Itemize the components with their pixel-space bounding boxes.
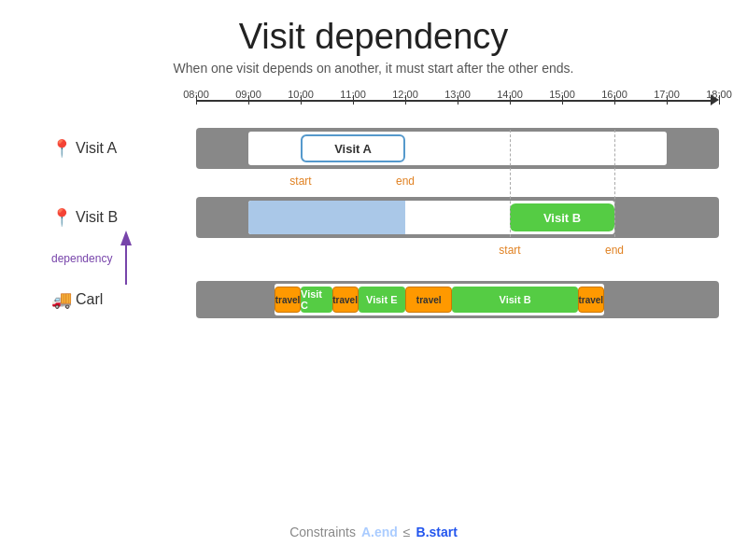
truck-icon: 🚚 [51, 289, 72, 310]
visit-b-block-label: Visit B [543, 211, 581, 225]
time-label-09:00: 09:00 [235, 89, 261, 100]
visit-b-block: Visit B [510, 203, 614, 231]
visit-b-label-text: Visit B [76, 209, 118, 226]
carl-item-5: Visit B [452, 287, 577, 313]
carl-item-1: Visit C [301, 287, 332, 313]
visit-b-blue-shade [248, 201, 405, 234]
time-label-13:00: 13:00 [444, 89, 471, 100]
visit-a-label-text: Visit A [76, 140, 117, 157]
time-label-08:00: 08:00 [183, 89, 209, 100]
page-title: Visit dependency [0, 0, 747, 57]
time-label-15:00: 15:00 [549, 89, 575, 100]
visit-a-gantt: Visit A [196, 128, 719, 169]
time-axis: 08:0009:0010:0011:0012:0013:0014:0015:00… [196, 89, 719, 117]
visit-b-label: 📍 Visit B [51, 207, 118, 228]
carl-item-4: travel [405, 287, 452, 313]
visit-a-label: 📍 Visit A [51, 138, 117, 159]
visit-b-start-label: start [499, 244, 520, 257]
carl-item-0: travel [275, 287, 301, 313]
carl-items: travelVisit CtravelVisit EtravelVisit Bt… [196, 281, 719, 318]
time-label-17:00: 17:00 [654, 89, 680, 100]
visit-b-gantt: Visit B [196, 197, 719, 238]
dep-arrow-wrapper: dependency [51, 233, 135, 289]
pin-b-icon: 📍 [51, 207, 72, 228]
visit-b-row: 📍 Visit B Visit B start end [196, 197, 719, 238]
pin-a-icon: 📍 [51, 138, 72, 159]
carl-label-text: Carl [76, 291, 103, 308]
visit-b-dashed-start [510, 130, 511, 237]
visit-a-block-label: Visit A [334, 142, 372, 156]
constraint-a: A.end [361, 525, 398, 539]
carl-item-6: travel [578, 287, 604, 313]
dependency-section: dependency [51, 233, 135, 289]
dependency-label: dependency [51, 252, 112, 265]
carl-row: 🚚 Carl travelVisit CtravelVisit EtravelV… [196, 281, 719, 318]
carl-gantt: travelVisit CtravelVisit EtravelVisit Bt… [196, 281, 719, 318]
constraints-section: Constraints A.end ≤ B.start [289, 525, 458, 539]
carl-item-2: travel [332, 287, 359, 313]
time-label-16:00: 16:00 [601, 89, 627, 100]
visit-a-end-label: end [396, 175, 415, 188]
visit-b-dashed-end [614, 130, 615, 237]
visit-b-end-label: end [605, 244, 624, 257]
constraint-op: ≤ [403, 525, 411, 539]
time-label-14:00: 14:00 [497, 89, 523, 100]
visit-a-block: Visit A [301, 134, 405, 162]
time-label-10:00: 10:00 [288, 89, 314, 100]
page-container: Visit dependency When one visit depends … [0, 0, 747, 560]
time-label-18:00: 18:00 [706, 89, 732, 100]
diagram-area: 08:0009:0010:0011:0012:0013:0014:0015:00… [47, 89, 738, 318]
time-label-12:00: 12:00 [392, 89, 418, 100]
visit-a-start-label: start [289, 175, 311, 188]
time-label-11:00: 11:00 [340, 89, 366, 100]
time-ticks: 08:0009:0010:0011:0012:0013:0014:0015:00… [196, 89, 719, 117]
visit-a-row: 📍 Visit A Visit A start end [196, 128, 719, 169]
carl-label: 🚚 Carl [51, 289, 103, 310]
constraint-b: B.start [416, 525, 458, 539]
page-subtitle: When one visit depends on another, it mu… [0, 61, 747, 76]
constraints-label: Constraints [289, 525, 356, 539]
carl-item-3: Visit E [359, 287, 405, 313]
